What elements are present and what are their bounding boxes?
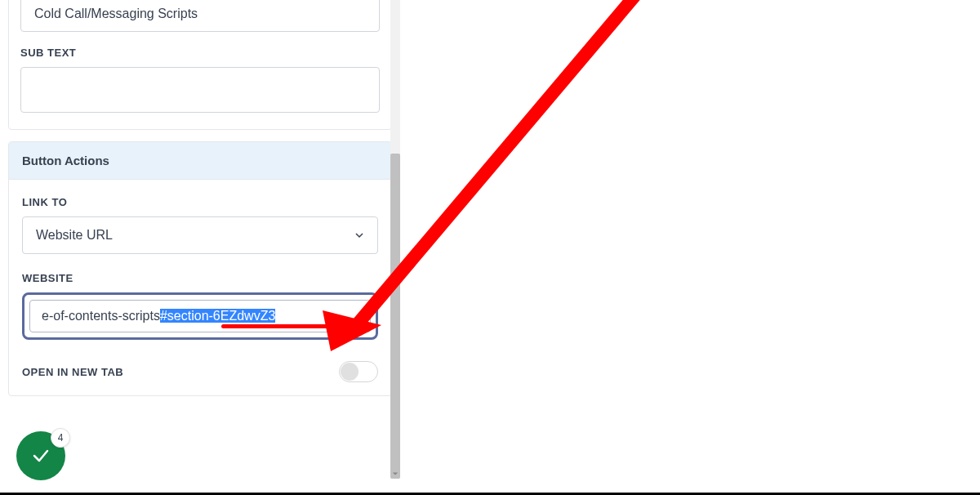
subtext-label: SUB TEXT bbox=[20, 47, 380, 59]
website-input-focus-ring: e-of-contents-scripts#section-6EZdwvZ3 bbox=[22, 292, 378, 340]
annotation-underline bbox=[221, 324, 365, 328]
scrollbar-track[interactable] bbox=[390, 0, 400, 479]
website-url-plain: e-of-contents-scripts bbox=[42, 309, 160, 323]
button-actions-header[interactable]: Button Actions bbox=[9, 142, 391, 180]
open-new-tab-label: OPEN IN NEW TAB bbox=[22, 366, 123, 378]
link-to-label: LINK TO bbox=[22, 196, 378, 208]
checkmark-icon bbox=[30, 445, 51, 466]
website-label: WEBSITE bbox=[22, 272, 378, 284]
confirm-fab-button[interactable]: 4 bbox=[16, 431, 65, 480]
button-actions-body: LINK TO Website URL WEBSITE e-of-content… bbox=[9, 180, 391, 395]
title-input[interactable]: Cold Call/Messaging Scripts bbox=[20, 0, 380, 32]
website-url-input[interactable]: e-of-contents-scripts#section-6EZdwvZ3 bbox=[29, 300, 371, 332]
scrollbar-thumb[interactable] bbox=[390, 154, 400, 479]
open-new-tab-row: OPEN IN NEW TAB bbox=[22, 358, 378, 382]
link-to-value: Website URL bbox=[36, 228, 113, 242]
toggle-knob bbox=[341, 363, 359, 381]
fab-badge-count: 4 bbox=[58, 432, 64, 444]
link-to-select[interactable]: Website URL bbox=[22, 216, 378, 254]
subtext-input[interactable] bbox=[20, 67, 380, 113]
open-new-tab-toggle[interactable] bbox=[339, 361, 378, 382]
website-url-selection: #section-6EZdwvZ3 bbox=[160, 309, 275, 323]
fab-badge: 4 bbox=[51, 428, 70, 448]
title-input-value: Cold Call/Messaging Scripts bbox=[34, 7, 198, 20]
settings-panel: Cold Call/Messaging Scripts SUB TEXT But… bbox=[8, 0, 392, 495]
scrollbar-arrow-down-icon[interactable] bbox=[390, 469, 400, 479]
top-section: Cold Call/Messaging Scripts SUB TEXT bbox=[8, 0, 392, 130]
chevron-down-icon bbox=[354, 230, 364, 240]
button-actions-section: Button Actions LINK TO Website URL WEBSI… bbox=[8, 141, 392, 396]
